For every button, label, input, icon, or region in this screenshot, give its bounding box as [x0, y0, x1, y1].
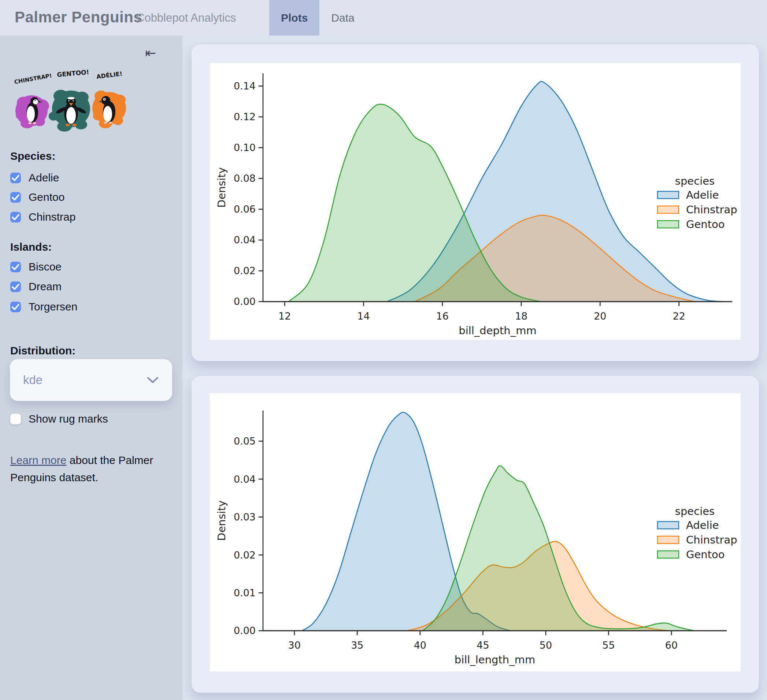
- nav-tabs: Plots Data: [269, 0, 366, 35]
- checkbox-icon[interactable]: [10, 301, 21, 312]
- checkbox-island-dream[interactable]: Dream: [10, 281, 62, 292]
- svg-text:Chinstrap: Chinstrap: [686, 203, 737, 216]
- gentoo-artwork-label: GENTOO!: [57, 68, 89, 78]
- app-window: Palmer Penguins Cobblepot Analytics Plot…: [0, 0, 767, 700]
- svg-text:14: 14: [357, 311, 369, 322]
- svg-text:Gentoo: Gentoo: [686, 548, 725, 561]
- checkbox-icon[interactable]: [10, 192, 21, 203]
- svg-text:22: 22: [673, 311, 685, 322]
- tab-data[interactable]: Data: [320, 0, 366, 35]
- checkbox-show-rug-marks[interactable]: Show rug marks: [10, 413, 108, 424]
- svg-text:bill_depth_mm: bill_depth_mm: [458, 324, 536, 337]
- chinstrap-artwork-label: CHINSTRAP!: [14, 72, 53, 85]
- checkbox-island-biscoe[interactable]: Biscoe: [10, 261, 62, 272]
- checkbox-label: Dream: [29, 281, 62, 293]
- learn-more-link[interactable]: Learn more: [10, 454, 66, 466]
- learn-more-text: Learn more about the Palmer Penguins dat…: [10, 451, 168, 486]
- checkbox-label: Adelie: [29, 172, 59, 184]
- bill-length-kde-plot: 303540455055600.000.010.020.030.040.05bi…: [210, 393, 741, 671]
- sidebar: ⇤: [0, 35, 182, 700]
- svg-text:Adelie: Adelie: [686, 189, 719, 201]
- svg-text:0.00: 0.00: [234, 296, 256, 307]
- chevron-down-icon: [146, 376, 159, 384]
- svg-text:0.08: 0.08: [234, 172, 256, 184]
- checkbox-label: Show rug marks: [29, 413, 108, 425]
- checkbox-label: Gentoo: [29, 191, 64, 203]
- svg-text:0.00: 0.00: [234, 625, 256, 636]
- svg-text:18: 18: [515, 311, 527, 322]
- svg-text:50: 50: [539, 639, 552, 651]
- svg-text:species: species: [675, 505, 714, 518]
- svg-text:0.12: 0.12: [234, 111, 256, 123]
- checkbox-icon[interactable]: [10, 414, 21, 424]
- page-subtitle: Cobblepot Analytics: [136, 11, 236, 25]
- adelie-artwork-label: ADÉLIE!: [96, 70, 123, 80]
- svg-text:Chinstrap: Chinstrap: [686, 534, 737, 546]
- checkbox-label: Biscoe: [29, 261, 62, 273]
- page-title: Palmer Penguins: [15, 8, 142, 26]
- svg-text:20: 20: [594, 311, 606, 322]
- svg-text:0.02: 0.02: [234, 549, 256, 561]
- checkbox-icon[interactable]: [10, 172, 21, 183]
- checkbox-species-gentoo[interactable]: Gentoo: [10, 192, 64, 203]
- distribution-label: Distribution:: [10, 344, 75, 357]
- svg-text:0.10: 0.10: [234, 142, 256, 153]
- checkbox-island-torgersen[interactable]: Torgersen: [10, 301, 77, 312]
- svg-text:Density: Density: [215, 500, 228, 541]
- svg-text:bill_length_mm: bill_length_mm: [455, 654, 536, 666]
- svg-text:Adelie: Adelie: [686, 519, 719, 531]
- svg-text:0.04: 0.04: [234, 474, 256, 485]
- svg-text:0.14: 0.14: [234, 80, 256, 92]
- checkbox-label: Torgersen: [29, 301, 77, 313]
- svg-text:35: 35: [351, 639, 363, 651]
- svg-text:0.02: 0.02: [234, 265, 256, 276]
- checkbox-icon[interactable]: [10, 212, 21, 222]
- checkbox-label: Chinstrap: [29, 211, 75, 223]
- distribution-selected-value: kde: [23, 373, 43, 387]
- svg-text:0.04: 0.04: [234, 234, 256, 246]
- checkbox-species-chinstrap[interactable]: Chinstrap: [10, 212, 75, 222]
- svg-text:60: 60: [665, 639, 678, 651]
- checkbox-icon[interactable]: [10, 281, 21, 292]
- svg-text:0.06: 0.06: [234, 203, 256, 215]
- sidebar-collapse-icon[interactable]: ⇤: [145, 46, 156, 60]
- svg-text:species: species: [675, 175, 714, 187]
- bill-depth-kde-plot: 1214161820220.000.020.040.060.080.100.12…: [210, 63, 741, 340]
- svg-text:Density: Density: [215, 167, 228, 207]
- islands-group-label: Islands:: [10, 241, 52, 253]
- svg-text:30: 30: [288, 639, 301, 651]
- svg-text:0.05: 0.05: [234, 435, 256, 447]
- distribution-select[interactable]: kde: [10, 359, 172, 401]
- species-group-label: Species:: [10, 150, 55, 163]
- svg-text:0.01: 0.01: [234, 587, 256, 598]
- svg-text:40: 40: [414, 639, 426, 651]
- checkbox-species-adelie[interactable]: Adelie: [10, 172, 59, 183]
- svg-text:55: 55: [602, 639, 614, 651]
- header-bar: Palmer Penguins Cobblepot Analytics Plot…: [0, 0, 767, 35]
- svg-text:12: 12: [278, 311, 291, 322]
- svg-text:Gentoo: Gentoo: [686, 218, 725, 231]
- tab-plots[interactable]: Plots: [269, 0, 320, 35]
- svg-text:0.03: 0.03: [234, 511, 256, 523]
- svg-text:45: 45: [477, 639, 489, 651]
- checkbox-icon[interactable]: [10, 262, 21, 272]
- svg-text:16: 16: [436, 311, 449, 322]
- penguins-artwork: CHINSTRAP! GENTOO! ADÉLIE!: [10, 65, 136, 134]
